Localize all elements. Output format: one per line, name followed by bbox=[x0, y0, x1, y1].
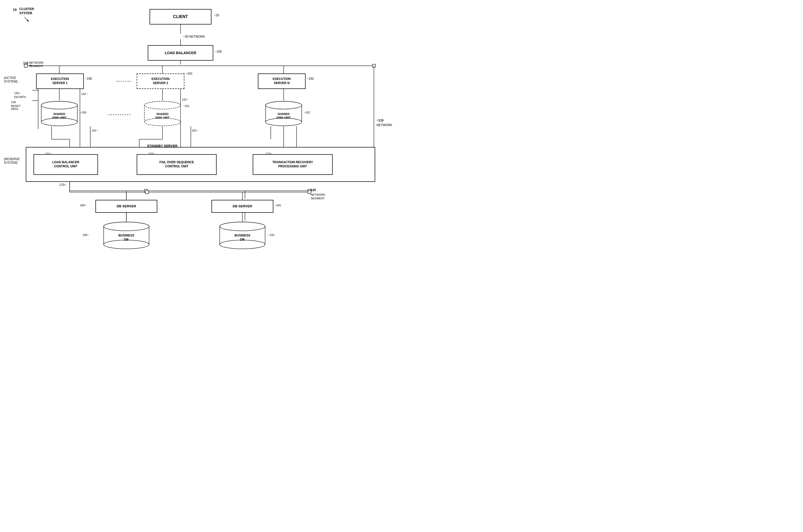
reset-path-ref: 140 bbox=[11, 100, 16, 104]
lb-control-box: LOAD BALANCERCONTROL UNIT bbox=[34, 154, 98, 175]
failover-box: FAIL OVER SEQUENCECONTROL UNIT bbox=[137, 154, 216, 175]
network-115-ref: ~115 bbox=[377, 119, 383, 122]
path-131-label: 131~ bbox=[81, 92, 88, 95]
network-label: ~30 NETWORK bbox=[183, 35, 205, 38]
exec-server-1-ref: ~160 bbox=[85, 77, 92, 80]
exec-server-n-ref: ~162 bbox=[307, 77, 314, 80]
exec-server-1-box: EXECUTIONSERVER 1 bbox=[36, 74, 84, 89]
path-132-label: 132~ bbox=[182, 98, 188, 101]
transaction-ref: 173~ bbox=[266, 152, 272, 155]
path-142-label: 142~ bbox=[192, 129, 198, 132]
svg-point-57 bbox=[266, 101, 302, 109]
network-segment-120-ref: 120 bbox=[311, 188, 316, 192]
db-server-1-box: DB SERVER bbox=[95, 200, 157, 213]
shared-disk-n-ref: ~152 bbox=[304, 111, 310, 114]
cluster-system-sublabel: CLUSTERSYSTEM bbox=[19, 7, 34, 15]
business-db-1: BUSINESSDB bbox=[102, 221, 151, 250]
ka-path-ref: 130~ bbox=[14, 92, 21, 95]
business-db-1-ref: 190~ bbox=[82, 233, 89, 236]
lb-control-ref: 171~ bbox=[45, 152, 52, 155]
load-balancer-ref: ~100 bbox=[215, 50, 222, 53]
shared-disk-n: SHAREDDISK UNIT bbox=[264, 100, 303, 126]
svg-rect-33 bbox=[145, 189, 148, 192]
standby-ref-label: 170~ bbox=[59, 183, 66, 187]
svg-rect-59 bbox=[146, 191, 149, 194]
ka-path-label: KA PATH bbox=[14, 95, 26, 98]
network-115-label: NETWORK bbox=[377, 123, 392, 127]
exec-server-n-box: EXECUTIONSERVER N bbox=[258, 74, 306, 89]
db-server-2-ref: ~181 bbox=[275, 204, 281, 207]
shared-disk-2-ref: ~151 bbox=[183, 104, 190, 108]
business-db-2: BUSINESSDB bbox=[218, 221, 267, 250]
client-ref: ~20 bbox=[214, 14, 219, 17]
load-balancer-box: LOAD BALANCER bbox=[148, 45, 213, 61]
network-segment-120-sub: NETWORKSEGMENT bbox=[311, 193, 325, 201]
svg-point-73 bbox=[220, 222, 265, 231]
svg-point-69 bbox=[104, 222, 149, 231]
transaction-box: TRANSACTION RECOVERYPROCESSING UNIT bbox=[253, 154, 333, 175]
reset-path-label: RESETPATH bbox=[11, 104, 21, 111]
bus-120-svg bbox=[0, 0, 402, 266]
failover-ref: 172~ bbox=[148, 152, 155, 155]
svg-rect-5 bbox=[372, 64, 376, 67]
db-server-1-ref: 180~ bbox=[80, 204, 87, 207]
active-system-label: (ACTIVESYSTEM) bbox=[4, 76, 18, 83]
cluster-arrow bbox=[23, 16, 31, 24]
svg-point-49 bbox=[41, 101, 77, 109]
business-db-2-ref: ~191 bbox=[268, 233, 275, 236]
exec-server-2-box: EXECUTIONSERVER 2 bbox=[137, 74, 184, 89]
client-box: CLIENT bbox=[150, 9, 211, 24]
cluster-system-label: 10 bbox=[13, 8, 17, 12]
db-server-2-box: DB SERVER bbox=[211, 200, 273, 213]
diagram: 10 CLUSTERSYSTEM CLIENT ~20 ~30 NETWORK … bbox=[0, 0, 402, 266]
reserve-system-label: (RESERVESYSTEM) bbox=[4, 157, 20, 165]
shared-disk-1-ref: ~150 bbox=[80, 111, 87, 114]
svg-point-53 bbox=[145, 101, 180, 109]
shared-disk-1: SHAREDDISK UNIT bbox=[40, 100, 79, 126]
diagram-lines bbox=[0, 0, 402, 266]
exec-server-2-ref: ~161 bbox=[186, 72, 193, 75]
brace-110 bbox=[28, 64, 33, 70]
standby-server-label: STANDBY SERVER bbox=[147, 144, 177, 148]
path-141-label: 141~ bbox=[92, 129, 98, 132]
shared-disk-2: SHAREDDISK UNIT bbox=[143, 100, 182, 126]
